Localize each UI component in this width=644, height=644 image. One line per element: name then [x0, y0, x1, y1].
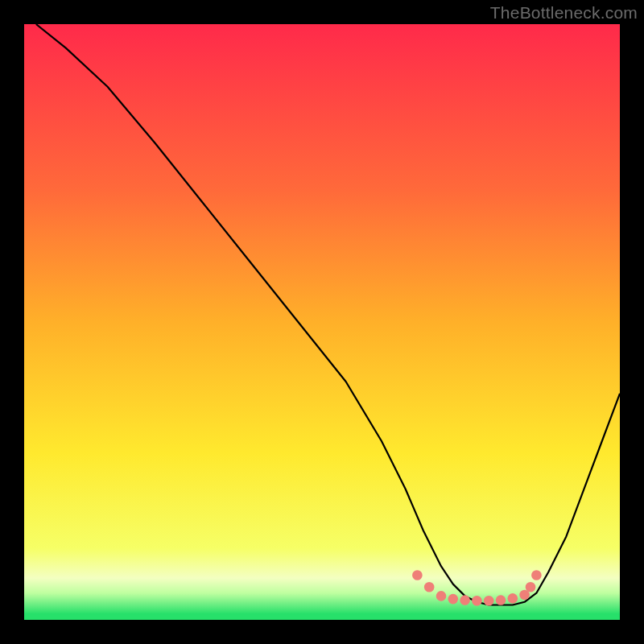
chart-frame: TheBottleneck.com: [0, 0, 644, 644]
chart-plot: [24, 24, 620, 620]
optimum-dot: [460, 595, 470, 605]
optimum-dot: [508, 593, 518, 604]
optimum-dot: [448, 594, 459, 605]
optimum-dot: [412, 570, 423, 580]
optimum-dot: [531, 570, 542, 580]
watermark-text: TheBottleneck.com: [490, 3, 638, 23]
optimum-dot: [526, 582, 536, 592]
optimum-dot: [424, 582, 435, 592]
optimum-dot: [436, 591, 447, 601]
optimum-dot: [496, 595, 506, 605]
optimum-dot: [472, 596, 482, 606]
optimum-dot: [484, 596, 494, 606]
chart-background: [24, 24, 620, 620]
